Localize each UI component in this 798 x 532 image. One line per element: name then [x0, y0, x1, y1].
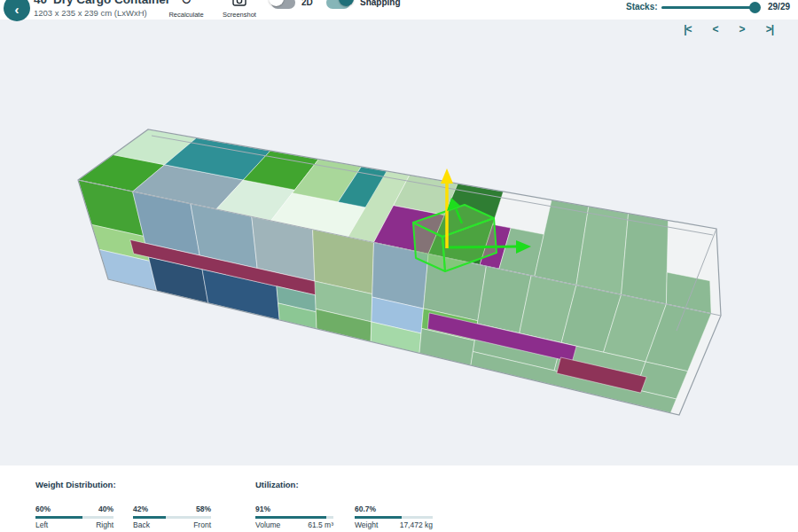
weight-percent: 60.7% — [355, 505, 376, 513]
volume-label: Volume — [255, 520, 280, 529]
recalculate-button[interactable]: ↻ Recalculate — [161, 0, 211, 20]
weight-value: 17,472 kg — [400, 520, 433, 529]
weight-distribution-heading: Weight Distribution: — [35, 480, 116, 489]
weight-label: Weight — [355, 520, 378, 529]
weight-utilization-bar: 60.7% Weight 17,472 kg — [355, 505, 433, 529]
first-stack-button[interactable]: |< — [680, 21, 694, 37]
left-right-bar-fill — [35, 516, 82, 519]
up-axis-arrow-head[interactable] — [441, 168, 453, 184]
back-front-bar-track — [133, 516, 211, 519]
refresh-icon: ↻ — [181, 0, 192, 8]
container-3d-view[interactable] — [0, 20, 798, 466]
page-title: 40' Dry Cargo Container — [34, 0, 170, 6]
back-percent: 42% — [133, 505, 148, 513]
app-window: ‹ 40' Dry Cargo Container 1203 x 235 x 2… — [0, 0, 798, 532]
top-toolbar: ‹ 40' Dry Cargo Container 1203 x 235 x 2… — [0, 0, 798, 20]
2d-toggle-track[interactable] — [271, 0, 295, 9]
utilization-heading: Utilization: — [255, 480, 299, 489]
back-label: Back — [133, 520, 150, 529]
stacks-slider-knob[interactable] — [749, 2, 761, 13]
back-button[interactable]: ‹ — [4, 0, 30, 21]
volume-value: 61.5 m³ — [308, 520, 333, 529]
front-label: Front — [193, 520, 211, 529]
snapping-toggle-label: Snapping — [360, 0, 401, 7]
back-front-weight-bar: 42% 58% Back Front — [133, 505, 211, 529]
2d-toggle-knob[interactable] — [269, 0, 284, 6]
previous-stack-button[interactable]: < — [709, 21, 722, 37]
volume-utilization-bar: 91% Volume 61.5 m³ — [255, 505, 333, 529]
front-percent: 58% — [196, 505, 211, 513]
2d-toggle-label: 2D — [301, 0, 313, 7]
snapping-toggle-knob[interactable] — [339, 0, 354, 6]
recalculate-label: Recalculate — [161, 11, 211, 19]
next-stack-button[interactable]: > — [736, 21, 748, 37]
3d-viewport[interactable] — [0, 20, 798, 466]
volume-bar-fill — [255, 516, 326, 519]
stacks-slider-fill — [661, 6, 759, 9]
volume-percent: 91% — [255, 505, 270, 513]
back-chevron-icon: ‹ — [15, 2, 20, 17]
weight-bar-fill — [355, 516, 402, 519]
screenshot-label: Screenshot — [215, 11, 264, 19]
weight-bar-track — [355, 516, 433, 519]
right-axis-arrow[interactable] — [449, 246, 518, 247]
right-percent: 40% — [98, 505, 113, 513]
left-percent: 60% — [35, 505, 51, 513]
stats-panel: Weight Distribution: Utilization: 60% 40… — [0, 466, 798, 532]
cargo-box[interactable] — [622, 214, 669, 304]
left-label: Left — [35, 520, 48, 529]
stack-nav: |< < > >| — [680, 21, 777, 37]
screenshot-button[interactable]: Screenshot — [215, 0, 264, 20]
left-right-bar-track — [35, 516, 113, 519]
left-right-weight-bar: 60% 40% Left Right — [35, 505, 113, 529]
stacks-value: 29/29 — [768, 2, 790, 12]
volume-bar-track — [255, 516, 333, 519]
last-stack-button[interactable]: >| — [763, 21, 777, 37]
stacks-label: Stacks: — [626, 2, 658, 12]
container-dimensions: 1203 x 235 x 239 cm (LxWxH) — [34, 8, 147, 18]
right-label: Right — [96, 520, 113, 529]
snapping-toggle-track[interactable] — [326, 0, 350, 9]
camera-icon — [232, 0, 246, 6]
back-front-bar-fill — [133, 516, 166, 519]
stacks-slider[interactable] — [661, 6, 759, 9]
cargo-boxes-group — [78, 129, 711, 413]
